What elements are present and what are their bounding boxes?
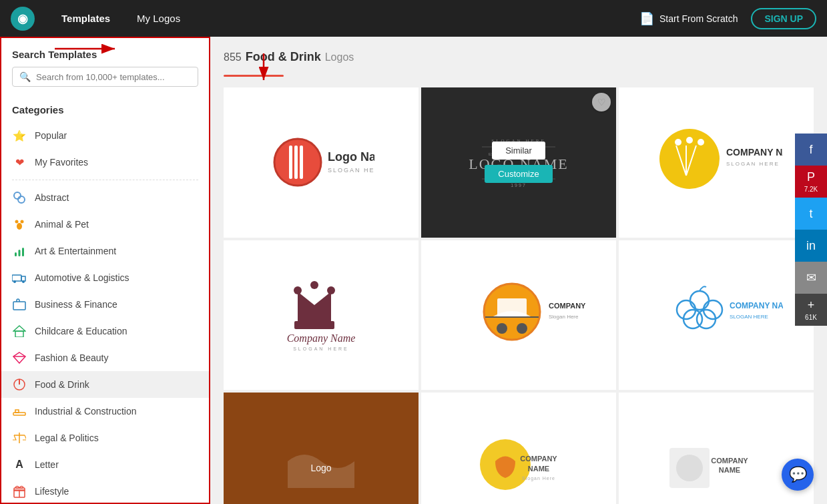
category-underline [224, 75, 284, 77]
sidebar-item-favorites[interactable]: ❤ My Favorites [1, 149, 209, 176]
sidebar-item-animal-pet[interactable]: Animal & Pet [1, 211, 209, 238]
search-icon: 🔍 [19, 71, 31, 82]
logo-preview: Logo [268, 435, 374, 501]
svg-point-51 [698, 139, 704, 146]
star-icon: ⭐ [12, 128, 27, 143]
sidebar-item-fashion[interactable]: Fashion & Beauty [1, 344, 209, 371]
twitter-icon: t [809, 207, 812, 221]
email-share-button[interactable]: ✉ [795, 262, 827, 294]
pinterest-share-button[interactable]: P 7.2K [795, 166, 827, 198]
logo-card[interactable]: ♡ SLOGAN HERE LOGO NAME ESTD 1997 Simila… [421, 87, 616, 238]
sidebar-item-letter[interactable]: A Letter [1, 451, 209, 478]
main-content: 855 Food & Drink Logos Logo Name SLOGAN … [210, 37, 827, 504]
results-count: 855 [224, 51, 242, 63]
facebook-icon: f [809, 143, 812, 157]
svg-point-13 [22, 280, 25, 283]
logo-preview: COMPANY NAME [656, 431, 776, 504]
heart-icon: ❤ [12, 155, 27, 170]
search-box: 🔍 [12, 67, 198, 87]
svg-point-65 [517, 323, 527, 334]
twitter-share-button[interactable]: t [795, 198, 827, 230]
svg-text:COMPANY: COMPANY [520, 455, 557, 463]
svg-rect-9 [22, 248, 24, 256]
svg-point-82 [676, 455, 703, 481]
sidebar-item-art-entertainment[interactable]: Art & Entertainment [1, 238, 209, 264]
sidebar-item-business-finance[interactable]: Business & Finance [1, 291, 209, 318]
logo-preview: COMPANY NAME SLOGAN HERE [649, 122, 783, 202]
truck-icon [12, 270, 27, 285]
sidebar-item-automotive[interactable]: Automotive & Logistics [1, 264, 209, 291]
svg-point-69 [690, 291, 709, 310]
svg-point-57 [327, 286, 335, 294]
plus-icon: + [808, 298, 815, 312]
svg-rect-7 [15, 252, 17, 256]
nav-my-logos[interactable]: My Logos [123, 0, 194, 37]
main-layout: Search Templates 🔍 Categories ⭐ Pop [0, 37, 827, 504]
email-icon: ✉ [806, 270, 816, 285]
logo-preview: COMPANY NAME Slogan Here [452, 275, 585, 355]
svg-point-55 [294, 286, 302, 294]
construction-icon [12, 404, 27, 419]
paw-icon [12, 217, 27, 232]
sidebar-item-legal[interactable]: Legal & Politics [1, 425, 209, 451]
chat-button[interactable]: 💬 [782, 459, 814, 491]
linkedin-share-button[interactable]: in [795, 230, 827, 262]
svg-text:SLOGAN HERE: SLOGAN HERE [293, 346, 349, 351]
svg-point-2 [14, 192, 21, 199]
svg-point-12 [13, 280, 16, 283]
svg-text:SLOGAN HERE: SLOGAN HERE [730, 314, 768, 320]
svg-text:Logo: Logo [310, 463, 331, 473]
gift-icon [12, 484, 27, 499]
briefcase-icon [12, 297, 27, 312]
similar-button[interactable]: Similar [492, 142, 545, 160]
svg-marker-11 [21, 276, 25, 281]
food-icon [12, 377, 27, 392]
sidebar-item-food-drink[interactable]: Food & Drink [1, 371, 209, 398]
svg-marker-54 [298, 292, 331, 322]
svg-text:COMPANY: COMPANY [711, 457, 748, 465]
svg-rect-10 [12, 275, 21, 281]
logo-card[interactable]: COMPANY NAME SLOGAN HERE [619, 240, 814, 391]
card-overlay: Similar Customize [421, 87, 616, 238]
customize-button[interactable]: Customize [485, 165, 552, 183]
svg-point-6 [17, 223, 22, 230]
header: ◉ Templates My Logos 📄 Start From Scratc… [0, 0, 827, 37]
logo-grid: Logo Name SLOGAN HERE ♡ SLOGAN HERE LOGO… [224, 87, 814, 504]
sidebar-item-lifestyle[interactable]: Lifestyle [1, 478, 209, 504]
share-count: 61K [805, 314, 817, 321]
facebook-share-button[interactable]: f [795, 134, 827, 166]
pinterest-count: 7.2K [804, 186, 818, 193]
logo-card[interactable]: Company Name SLOGAN HERE [224, 240, 419, 391]
logo-card[interactable]: COMPANY NAME [619, 393, 814, 504]
category-name: Food & Drink [246, 50, 321, 64]
house-icon [12, 324, 27, 338]
svg-rect-16 [15, 331, 23, 337]
signup-button[interactable]: SIGN UP [751, 8, 816, 29]
svg-point-56 [310, 281, 318, 289]
music-icon [12, 244, 27, 258]
svg-text:Slogan Here: Slogan Here [522, 476, 555, 481]
svg-text:SLOGAN HERE: SLOGAN HERE [328, 167, 374, 174]
logo-card[interactable]: COMPANY NAME SLOGAN HERE [619, 87, 814, 238]
categories-title: Categories [1, 99, 209, 122]
categories-section: Categories ⭐ Popular ❤ My Favorites Abst… [1, 92, 209, 504]
svg-rect-8 [19, 250, 21, 256]
logo-card[interactable]: COMPANY NAME Slogan Here [421, 240, 616, 391]
sidebar-item-popular[interactable]: ⭐ Popular [1, 122, 209, 149]
sidebar-item-childcare[interactable]: Childcare & Education [1, 318, 209, 344]
main-nav: Templates My Logos [48, 0, 194, 37]
app-logo[interactable]: ◉ [11, 7, 35, 31]
logo-card[interactable]: Logo [224, 393, 419, 504]
search-input[interactable] [36, 72, 191, 82]
start-from-scratch-button[interactable]: 📄 Start From Scratch [639, 11, 738, 26]
sidebar-item-industrial[interactable]: Industrial & Construction [1, 398, 209, 425]
document-icon: 📄 [639, 11, 654, 26]
logo-card[interactable]: COMPANY NAME Slogan Here [421, 393, 616, 504]
logo-card[interactable]: Logo Name SLOGAN HERE [224, 87, 419, 238]
svg-point-3 [18, 196, 25, 203]
more-share-button[interactable]: + 61K [795, 294, 827, 326]
svg-point-4 [15, 220, 19, 224]
nav-templates[interactable]: Templates [48, 0, 123, 37]
svg-text:Logo Name: Logo Name [328, 150, 374, 164]
sidebar-item-abstract[interactable]: Abstract [1, 184, 209, 211]
